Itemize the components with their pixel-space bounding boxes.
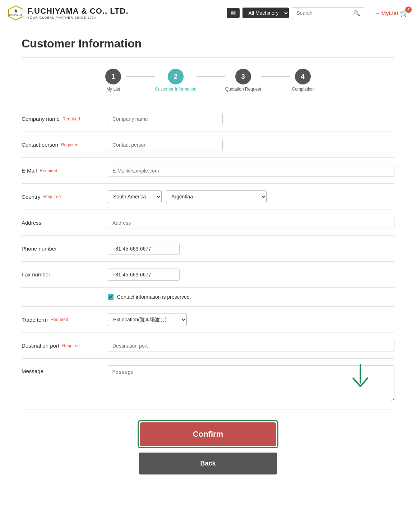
email-field: [108, 165, 394, 177]
destination-port-required: Required: [62, 343, 80, 348]
phone-field: [108, 243, 394, 255]
header-center: ✉ All Machinery 🔍 → MyList 🛒 2: [227, 7, 409, 19]
step-2: 2 Customer Information: [155, 69, 196, 92]
step-4: 4 Completion: [290, 69, 316, 92]
region-select[interactable]: South America North America Europe Asia …: [108, 190, 162, 203]
mylist-badge: 2: [405, 6, 412, 13]
country-select[interactable]: Argentina Brazil Chile Colombia Peru Ven…: [166, 190, 267, 203]
fax-input[interactable]: [108, 269, 180, 281]
step-circle-3: 3: [235, 69, 251, 84]
company-name-required: Required: [63, 116, 80, 121]
step-circle-1: 1: [105, 69, 121, 84]
email-label: E-Mail Required: [22, 168, 108, 174]
trade-term-label: Trade term Required: [22, 317, 108, 323]
trade-term-select[interactable]: ExLocation(置き場渡し) FOB CIF CFR: [108, 313, 187, 326]
address-input[interactable]: [108, 217, 394, 229]
connector-1-2: [126, 77, 155, 77]
connector-2-3: [197, 77, 225, 77]
contact-person-required: Required: [61, 142, 79, 147]
logo-area: 富 UCHIYAMA F.UCHIYAMA & CO., LTD. YOUR G…: [7, 4, 227, 22]
fax-label: Fax number: [22, 271, 108, 278]
email-icon[interactable]: ✉: [227, 8, 240, 18]
country-row: Country Required South America North Ame…: [22, 184, 394, 210]
arrow-icon: →: [374, 10, 380, 16]
checkbox-row: Contact information is preserved.: [22, 288, 394, 307]
step-circle-4: 4: [295, 69, 311, 84]
search-button[interactable]: 🔍: [350, 8, 364, 19]
back-button[interactable]: Back: [139, 453, 277, 474]
country-field: South America North America Europe Asia …: [108, 190, 394, 203]
trade-term-field: ExLocation(置き場渡し) FOB CIF CFR: [108, 313, 394, 326]
step-label-2: Customer Information: [155, 87, 196, 92]
contact-person-input[interactable]: [108, 139, 223, 151]
company-name-label: Company name Required: [22, 116, 108, 122]
fax-field: [108, 269, 394, 281]
green-arrow-annotation: [348, 363, 373, 392]
address-row: Address: [22, 210, 394, 236]
contact-person-field: [108, 139, 394, 151]
header: 富 UCHIYAMA F.UCHIYAMA & CO., LTD. YOUR G…: [0, 0, 416, 26]
message-field: [108, 365, 394, 403]
step-label-1: My List: [106, 87, 120, 92]
step-label-3: Quotation Request: [225, 87, 261, 92]
trade-term-row: Trade term Required ExLocation(置き場渡し) FO…: [22, 307, 394, 333]
message-label: Message: [22, 365, 108, 374]
message-row: Message: [22, 359, 394, 409]
phone-row: Phone number: [22, 236, 394, 262]
step-circle-2: 2: [168, 69, 184, 84]
divider: [22, 58, 394, 58]
logo-emblem: 富 UCHIYAMA: [7, 4, 24, 22]
customer-form: Company name Required Contact person Req…: [22, 106, 394, 474]
step-1: 1 My List: [100, 69, 126, 92]
trade-term-required: Required: [51, 317, 68, 322]
destination-port-label: Destination port Required: [22, 343, 108, 349]
search-input[interactable]: [292, 8, 350, 18]
svg-text:UCHIYAMA: UCHIYAMA: [9, 14, 23, 17]
svg-rect-0: [7, 4, 24, 22]
connector-3-4: [261, 77, 290, 77]
address-label: Address: [22, 220, 108, 226]
mylist-icon-area: 🛒 2: [400, 9, 409, 17]
phone-label: Phone number: [22, 246, 108, 252]
steps-row: 1 My List 2 Customer Information 3 Quota…: [100, 69, 316, 92]
confirm-btn-wrapper: Confirm: [138, 420, 278, 448]
address-field: [108, 217, 394, 229]
contact-person-label: Contact person Required: [22, 142, 108, 148]
main-content: Customer Information 1 My List 2 Custome…: [0, 26, 416, 485]
stepper: 1 My List 2 Customer Information 3 Quota…: [22, 69, 394, 92]
svg-text:富: 富: [14, 9, 18, 13]
company-tagline: YOUR GLOBAL PARTNER SINCE 1924: [27, 16, 129, 19]
destination-port-field: [108, 340, 394, 352]
step-3: 3 Quotation Request: [225, 69, 261, 92]
company-name-row: Company name Required: [22, 106, 394, 132]
contact-person-row: Contact person Required: [22, 132, 394, 158]
fax-row: Fax number: [22, 262, 394, 288]
destination-port-row: Destination port Required: [22, 333, 394, 359]
company-name-field: [108, 113, 394, 125]
company-name-input[interactable]: [108, 113, 223, 125]
buttons-section: Confirm Back: [22, 420, 394, 474]
logo-text: F.UCHIYAMA & CO., LTD. YOUR GLOBAL PARTN…: [27, 6, 129, 19]
email-required: Required: [40, 168, 57, 173]
country-required: Required: [43, 194, 61, 199]
company-name: F.UCHIYAMA & CO., LTD.: [27, 6, 129, 16]
step-label-4: Completion: [292, 87, 314, 92]
preserve-contact-checkbox[interactable]: [108, 294, 114, 300]
phone-input[interactable]: [108, 243, 180, 255]
country-label: Country Required: [22, 194, 108, 200]
mylist-link[interactable]: → MyList 🛒 2: [374, 9, 409, 17]
machinery-dropdown[interactable]: All Machinery: [242, 8, 289, 18]
preserve-contact-label[interactable]: Contact information is preserved.: [117, 294, 191, 300]
email-row: E-Mail Required: [22, 158, 394, 184]
mylist-label: MyList: [381, 10, 398, 16]
email-input[interactable]: [108, 165, 394, 177]
search-box: 🔍: [292, 7, 364, 19]
page-title: Customer Information: [22, 37, 394, 50]
destination-port-input[interactable]: [108, 340, 394, 352]
confirm-button[interactable]: Confirm: [140, 422, 276, 446]
